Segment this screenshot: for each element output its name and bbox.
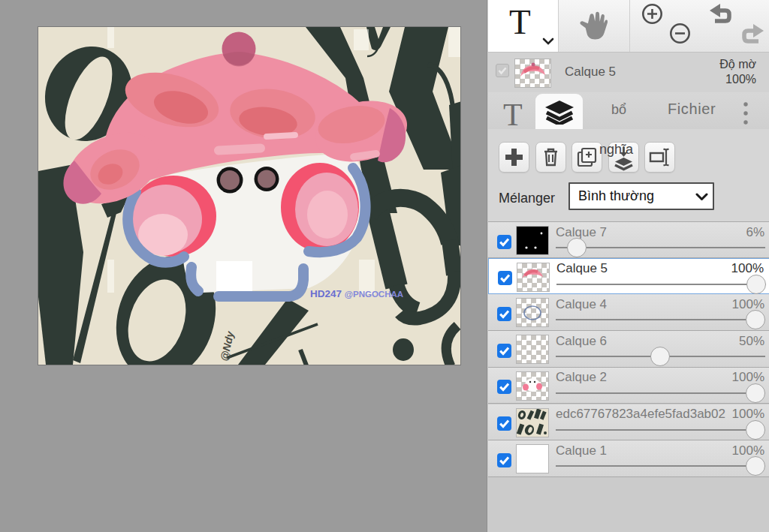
svg-text:@Ndy: @Ndy	[218, 329, 236, 362]
svg-text:HD247 @PNGOCHAA: HD247 @PNGOCHAA	[310, 288, 403, 299]
